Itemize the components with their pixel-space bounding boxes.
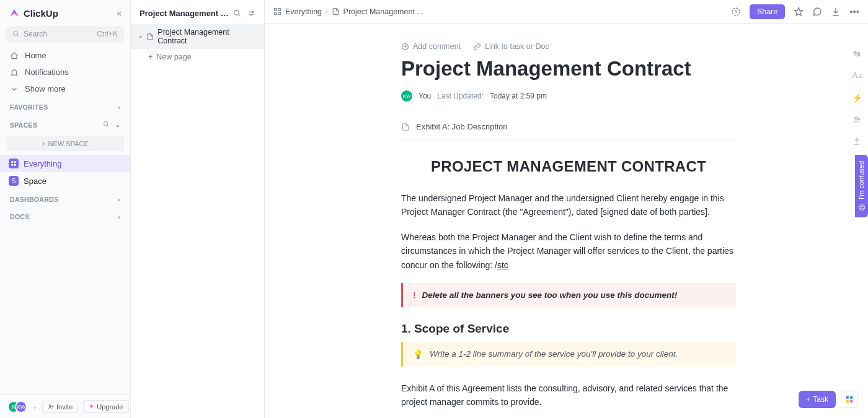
nav-show-more[interactable]: Show more <box>0 81 130 97</box>
new-space-button[interactable]: + NEW SPACE <box>6 136 124 151</box>
sidebar-footer: K KW ⌄ Invite ✦ Upgrade <box>0 394 130 418</box>
user-plus-icon <box>48 404 54 410</box>
avatar-stack[interactable]: K KW <box>7 401 27 413</box>
sparkle-icon: ✦ <box>89 403 94 411</box>
banner-text: Delete all the banners you see too when … <box>422 290 678 300</box>
dropdown-caret-icon[interactable]: ⌄ <box>32 403 37 410</box>
search-placeholder: Search <box>24 30 47 38</box>
people-icon[interactable] <box>852 115 862 124</box>
upgrade-button[interactable]: ✦ Upgrade <box>83 400 128 413</box>
feedback-button[interactable]: ☹ I'm confused <box>855 155 868 217</box>
confused-icon: ☹ <box>857 203 866 211</box>
space-everything[interactable]: Everything <box>0 155 130 172</box>
plus-icon: + <box>148 53 153 61</box>
search-input[interactable]: Search Ctrl+K <box>6 26 124 42</box>
document-icon <box>401 123 410 131</box>
doc-author: You <box>418 92 431 100</box>
nav-home-label: Home <box>25 51 46 60</box>
expand-icon[interactable]: ↹ <box>853 48 861 58</box>
updated-label: Last Updated: <box>437 92 484 100</box>
chevron-right-icon: › <box>118 196 120 203</box>
link-icon <box>473 43 481 51</box>
collapse-sidebar-button[interactable]: « <box>117 8 122 18</box>
section-favorites[interactable]: FAVORITES › <box>0 97 130 115</box>
clickup-logo-icon <box>9 7 20 19</box>
invite-button[interactable]: Invite <box>42 401 78 413</box>
banner-tip[interactable]: 💡 Write a 1-2 line summary of the servic… <box>401 342 736 367</box>
typography-icon[interactable]: Aa <box>852 71 862 81</box>
svg-point-0 <box>14 32 18 36</box>
share-button[interactable]: Share <box>750 4 785 19</box>
paragraph[interactable]: The undersigned Project Manager and the … <box>401 191 736 219</box>
apps-icon <box>845 395 854 404</box>
banner-warning[interactable]: ! Delete all the banners you see too whe… <box>401 283 736 307</box>
history-icon[interactable] <box>731 7 741 17</box>
svg-rect-5 <box>14 164 16 166</box>
new-task-button[interactable]: + Task <box>799 391 836 408</box>
paragraph[interactable]: Whereas both the Project Manager and the… <box>401 230 736 272</box>
breadcrumb-separator: / <box>326 7 327 16</box>
section-dashboards[interactable]: DASHBOARDS › <box>0 189 130 207</box>
link-task-button[interactable]: Link to task or Doc <box>473 42 549 51</box>
upgrade-label: Upgrade <box>97 403 123 411</box>
tree-header: Project Management Services Co... <box>131 0 264 24</box>
search-icon[interactable] <box>233 9 241 17</box>
exhibit-label: Exhibit A: Job Description <box>416 122 507 131</box>
chevron-right-icon: › <box>118 213 120 220</box>
document-icon <box>332 7 340 15</box>
svg-rect-2 <box>11 161 13 163</box>
section-spaces[interactable]: SPACES ⌄ <box>0 115 130 133</box>
logo[interactable]: ClickUp <box>9 7 58 19</box>
paragraph[interactable]: Exhibit A of this Agreement lists the co… <box>401 381 736 409</box>
breadcrumb-root[interactable]: Everything <box>285 7 322 16</box>
section-docs[interactable]: DOCS › <box>0 207 130 224</box>
settings-icon[interactable] <box>247 9 255 17</box>
tree-new-page[interactable]: + New page <box>131 49 264 65</box>
chevron-right-icon: › <box>118 103 120 111</box>
ai-icon[interactable]: ⚡ <box>852 93 862 103</box>
bulb-icon: 💡 <box>413 349 423 359</box>
download-icon[interactable] <box>831 7 841 17</box>
nav-notifications[interactable]: Notifications <box>0 64 130 81</box>
avatar: KW <box>15 401 27 413</box>
svg-rect-11 <box>275 9 277 11</box>
apps-button[interactable] <box>841 391 858 408</box>
document-icon <box>146 33 154 41</box>
plus-icon: + <box>42 140 45 147</box>
share-out-icon[interactable] <box>852 137 861 146</box>
invite-label: Invite <box>56 403 73 411</box>
docs-label: DOCS <box>10 213 30 220</box>
add-comment-button[interactable]: Add comment <box>401 42 461 51</box>
topbar: Everything / Project Management ... Shar… <box>265 0 868 24</box>
chevron-down-icon[interactable]: ⌄ <box>115 121 120 129</box>
breadcrumb-doc[interactable]: Project Management ... <box>343 7 423 16</box>
svg-point-10 <box>250 14 252 15</box>
avatar[interactable]: KW <box>401 90 412 102</box>
svg-point-18 <box>857 118 859 120</box>
grid-icon <box>9 159 19 168</box>
section-heading[interactable]: 1. Scope of Service <box>401 322 736 336</box>
nav-showmore-label: Show more <box>25 84 66 94</box>
content-heading[interactable]: PROJECT MANAGEMENT CONTRACT <box>401 158 736 175</box>
tree-item-label: Project Management Contract <box>157 28 255 45</box>
favorites-label: FAVORITES <box>10 103 48 111</box>
nav-home[interactable]: Home <box>0 47 130 64</box>
doc-title[interactable]: Project Management Contract <box>401 57 736 81</box>
star-icon[interactable] <box>794 7 804 17</box>
nav-notifications-label: Notifications <box>25 67 69 77</box>
spaces-label: SPACES <box>10 121 37 129</box>
space-item[interactable]: S Space <box>0 172 130 189</box>
comment-icon[interactable] <box>812 7 822 17</box>
dashboards-label: DASHBOARDS <box>10 196 58 203</box>
exclamation-icon: ! <box>413 290 416 300</box>
exhibit-link[interactable]: Exhibit A: Job Description <box>401 113 736 141</box>
tree-title[interactable]: Project Management Services Co... <box>140 9 233 18</box>
new-space-label: NEW SPACE <box>48 140 89 147</box>
search-icon[interactable] <box>103 121 110 128</box>
svg-rect-22 <box>850 400 852 403</box>
search-shortcut: Ctrl+K <box>97 30 118 38</box>
more-icon[interactable]: ••• <box>849 6 859 17</box>
tree-item-contract[interactable]: ▸ Project Management Contract <box>131 24 264 49</box>
banner-text: Write a 1-2 line summary of the service … <box>430 349 678 359</box>
svg-rect-14 <box>278 12 281 15</box>
